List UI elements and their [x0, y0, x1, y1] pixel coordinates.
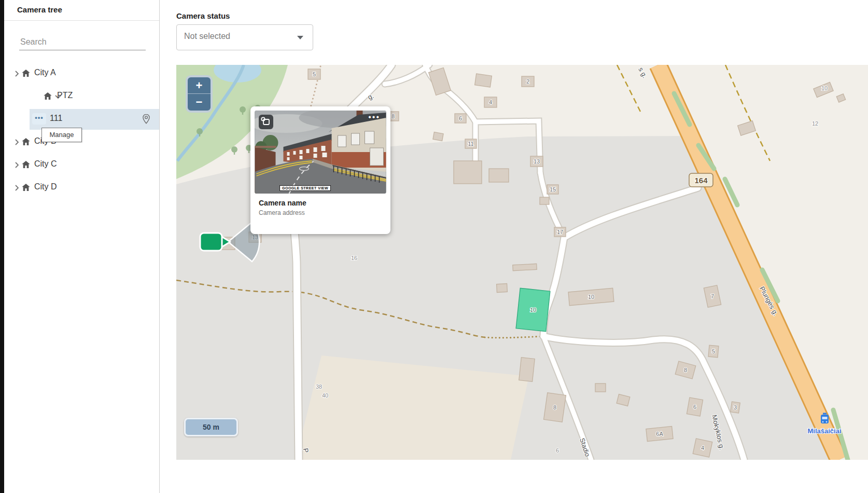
- map-building: [433, 132, 443, 141]
- building-number: 7: [711, 293, 714, 299]
- popup-more-button[interactable]: •••: [368, 113, 380, 122]
- map-building: [497, 283, 508, 292]
- building-number: 4: [701, 445, 704, 451]
- map-building: 11: [465, 139, 477, 148]
- popup-camera-name: Camera name: [259, 199, 306, 207]
- manage-tooltip: Manage: [41, 128, 82, 142]
- landuse-label: 40: [322, 392, 328, 399]
- camera-status-value: Not selected: [184, 32, 230, 41]
- tree-item-city-d[interactable]: City D: [0, 176, 159, 199]
- map-building: 15: [547, 185, 558, 194]
- panel-title: Camera tree: [17, 5, 62, 14]
- map-building: [519, 358, 535, 381]
- building-number: 4: [489, 99, 492, 105]
- map-building: [475, 74, 492, 87]
- map-canvas[interactable]: 524861113151713101075866A438 164 Plungės…: [176, 65, 868, 460]
- building-number: 2: [526, 78, 529, 85]
- map-building: 13: [530, 156, 543, 167]
- tree-item-city-c[interactable]: City C: [0, 154, 159, 176]
- chevron-down-icon: [297, 36, 303, 39]
- street-view-image: ••• GOOGLE STREET VIEW: [255, 111, 386, 194]
- map-building: 4: [693, 439, 712, 457]
- popup-camera-address: Camera address: [259, 209, 305, 216]
- building-number: 10: [530, 307, 536, 313]
- tree-item-label: City A: [34, 68, 56, 77]
- landuse-label: 12: [812, 120, 818, 127]
- building-number: 15: [550, 186, 556, 193]
- building-number: 11: [468, 141, 473, 147]
- building-number: 8: [391, 113, 395, 119]
- camera-status-label: Camera status: [176, 11, 230, 20]
- building-number: 6: [693, 404, 696, 410]
- window-edge: [0, 0, 4, 493]
- map-building: [489, 169, 509, 182]
- landuse-label: 38: [316, 384, 322, 390]
- zoom-out-button[interactable]: −: [188, 94, 211, 110]
- map-building: 10: [516, 288, 550, 332]
- map-building: 3: [731, 402, 740, 413]
- map-building: [454, 161, 482, 184]
- building-number: 17: [557, 229, 563, 235]
- open-preview-button[interactable]: [259, 115, 273, 129]
- tree-item-label: 111: [50, 114, 62, 123]
- tree-item-ptz[interactable]: PTZ: [0, 85, 159, 108]
- map-zoom-control: + −: [186, 75, 213, 113]
- map-building: 2: [522, 76, 534, 87]
- tree-item-label: City D: [34, 182, 57, 191]
- building-number: 3: [734, 404, 737, 410]
- map-building: [595, 384, 606, 392]
- tree-item-label: City C: [34, 159, 57, 169]
- map-building: 8: [544, 393, 566, 422]
- map-scale: 50 m: [184, 418, 238, 436]
- map-building: 6: [455, 114, 466, 123]
- svg-text:164: 164: [694, 176, 708, 185]
- landuse-label: 6: [556, 447, 559, 454]
- building-number: 6A: [656, 431, 663, 437]
- landuse-label: 16: [351, 255, 357, 261]
- tree-item-label: PTZ: [57, 91, 73, 100]
- zoom-in-button[interactable]: +: [188, 77, 211, 94]
- bus-label: Milašaičiai: [807, 427, 841, 435]
- map-building: 6A: [646, 426, 673, 441]
- selected-row-highlight: [30, 109, 159, 130]
- building-number: 5: [313, 71, 316, 77]
- map-building: [513, 264, 537, 270]
- street-view-art: [255, 111, 386, 194]
- camera-dots-icon: •••: [32, 113, 46, 125]
- route-badge: 164: [689, 173, 713, 187]
- street-view-attribution: GOOGLE STREET VIEW: [279, 185, 331, 191]
- map-building: 6: [687, 398, 703, 416]
- building-number: 10: [588, 294, 594, 300]
- search-input[interactable]: [19, 34, 146, 50]
- building-number: 8: [684, 367, 687, 373]
- sidebar-header: Camera tree: [0, 0, 159, 21]
- building-number: 5: [712, 348, 715, 354]
- map-building: 5: [708, 345, 719, 357]
- camera-tree-panel: Camera tree City APTZ•••111City BCity CC…: [0, 0, 160, 493]
- camera-status-dropdown[interactable]: Not selected: [176, 24, 313, 50]
- building-number: 13: [534, 158, 540, 165]
- building-number: 8: [553, 404, 556, 410]
- open-preview-icon: [259, 115, 273, 129]
- map-building: 5: [308, 69, 320, 79]
- camera-popup-card[interactable]: ••• GOOGLE STREET VIEW Camera name Camer…: [250, 106, 390, 234]
- tree-item-city-a[interactable]: City A: [0, 62, 159, 85]
- landuse-label: 10: [821, 85, 828, 91]
- map-building: [540, 197, 549, 204]
- building-number: 6: [459, 115, 462, 121]
- map-building: 17: [554, 227, 566, 237]
- map-building: 4: [484, 97, 497, 107]
